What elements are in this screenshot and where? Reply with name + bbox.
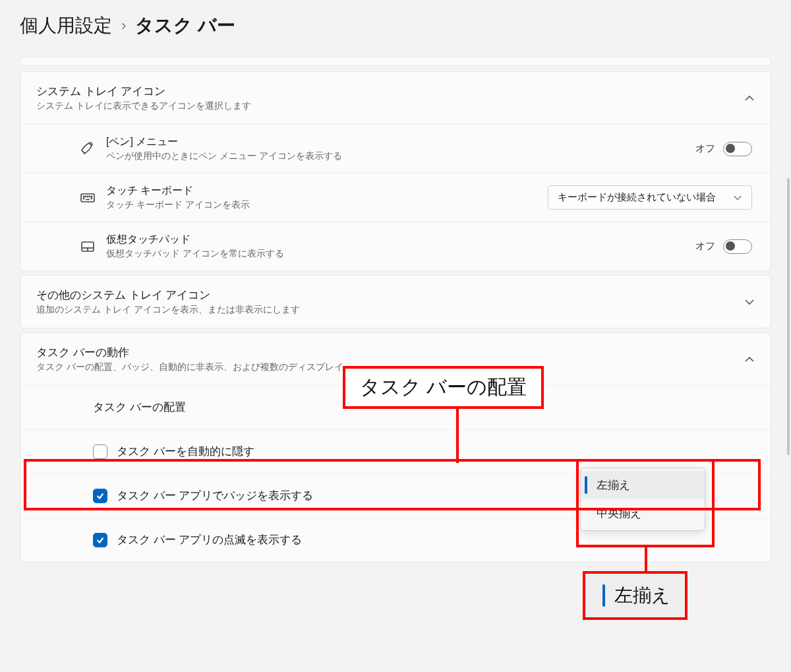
svg-point-3 xyxy=(87,196,88,197)
toggle-state-text: オフ xyxy=(695,240,715,253)
row-title: 仮想タッチパッド xyxy=(106,233,695,247)
checkbox-label: タスク バーを自動的に隠す xyxy=(117,444,254,459)
checkbox-show-flash[interactable] xyxy=(93,533,107,547)
row-title: [ペン] メニュー xyxy=(106,135,695,149)
chevron-up-icon xyxy=(744,354,755,365)
dropdown-touch-keyboard[interactable]: キーボードが接続されていない場合 xyxy=(548,185,752,210)
svg-point-7 xyxy=(91,198,92,199)
row-title: タッチ キーボード xyxy=(106,184,548,198)
section-header-system-tray[interactable]: システム トレイ アイコン システム トレイに表示できるアイコンを選択します xyxy=(20,72,771,124)
section-desc: 追加のシステム トレイ アイコンを表示、または非表示にします xyxy=(36,304,744,316)
breadcrumb-separator: › xyxy=(121,17,126,34)
checkbox-auto-hide[interactable] xyxy=(93,444,107,459)
section-other-tray[interactable]: その他のシステム トレイ アイコン 追加のシステム トレイ アイコンを表示、また… xyxy=(20,275,771,328)
breadcrumb-current: タスク バー xyxy=(135,13,235,38)
svg-point-6 xyxy=(83,198,84,199)
svg-point-5 xyxy=(91,196,92,197)
section-title: システム トレイ アイコン xyxy=(36,84,744,99)
chevron-down-icon xyxy=(733,193,742,202)
checkbox-show-badges[interactable] xyxy=(93,489,107,503)
section-title: タスク バーの動作 xyxy=(36,345,744,360)
chevron-down-icon xyxy=(744,297,755,307)
section-system-tray: システム トレイ アイコン システム トレイに表示できるアイコンを選択します [… xyxy=(20,71,771,271)
breadcrumb: 個人用設定 › タスク バー xyxy=(20,13,771,38)
section-desc: システム トレイに表示できるアイコンを選択します xyxy=(36,100,744,112)
dropdown-popup-alignment[interactable]: 左揃え 中央揃え xyxy=(580,468,705,531)
chevron-up-icon xyxy=(744,93,755,104)
scrollbar[interactable] xyxy=(787,178,790,455)
dropdown-value: キーボードが接続されていない場合 xyxy=(558,191,716,204)
row-virtual-touchpad: 仮想タッチパッド 仮想タッチパッド アイコンを常に表示する オフ xyxy=(20,222,771,270)
row-pen-menu: [ペン] メニュー ペンが使用中のときにペン メニュー アイコンを表示する オフ xyxy=(20,124,771,173)
toggle-virtual-touchpad[interactable] xyxy=(723,239,752,254)
toggle-pen-menu[interactable] xyxy=(723,142,752,156)
svg-point-4 xyxy=(89,196,90,197)
svg-point-1 xyxy=(83,196,84,197)
checkbox-label: タスク バー アプリの点滅を表示する xyxy=(117,533,302,547)
section-title: その他のシステム トレイ アイコン xyxy=(36,288,744,303)
svg-rect-0 xyxy=(81,194,94,202)
svg-point-2 xyxy=(85,196,86,197)
card-spacer-top xyxy=(20,57,771,66)
row-desc: タッチ キーボード アイコンを表示 xyxy=(106,199,548,211)
alignment-label: タスク バーの配置 xyxy=(93,400,186,415)
toggle-state-text: オフ xyxy=(695,142,715,155)
touchpad-icon xyxy=(74,239,101,255)
row-desc: 仮想タッチパッド アイコンを常に表示する xyxy=(106,248,695,260)
annotation-label: タスク バーの配置 xyxy=(343,366,544,409)
annotation-selected-value: 左揃え xyxy=(583,571,688,620)
dropdown-option-center[interactable]: 中央揃え xyxy=(581,499,705,528)
row-desc: ペンが使用中のときにペン メニュー アイコンを表示する xyxy=(106,150,695,162)
pen-icon xyxy=(74,141,101,157)
row-touch-keyboard: タッチ キーボード タッチ キーボード アイコンを表示 キーボードが接続されてい… xyxy=(20,173,771,222)
checkbox-label: タスク バー アプリでバッジを表示する xyxy=(117,489,313,503)
breadcrumb-parent[interactable]: 個人用設定 xyxy=(20,13,112,38)
dropdown-option-left[interactable]: 左揃え xyxy=(581,471,705,499)
keyboard-icon xyxy=(74,190,101,206)
